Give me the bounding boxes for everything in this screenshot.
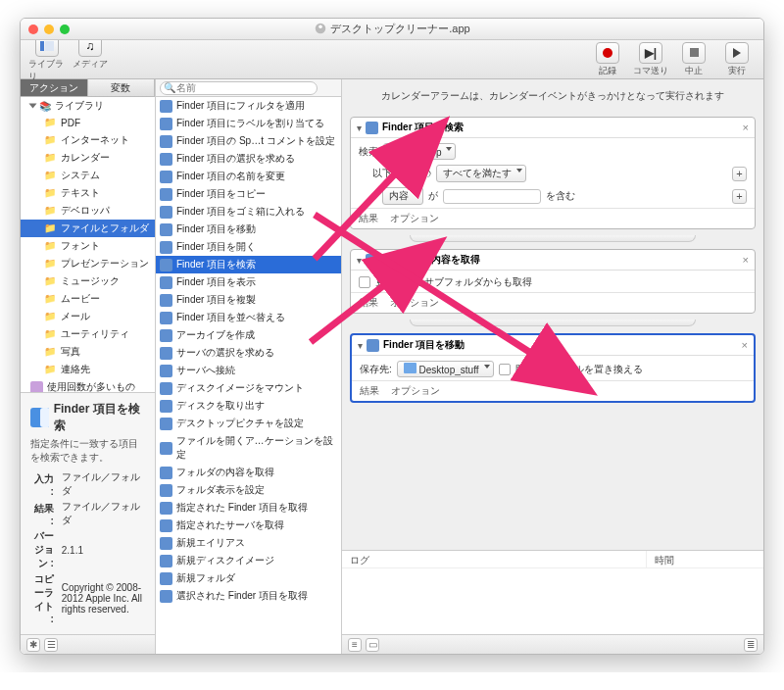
action-item[interactable]: サーバの選択を求める [156, 344, 341, 362]
library-item[interactable]: 📁インターネット [21, 131, 155, 149]
library-item[interactable]: 📁カレンダー [21, 149, 155, 167]
media-button[interactable]: ♫メディア [72, 35, 109, 83]
library-item[interactable]: 📁システム [21, 167, 155, 184]
action-item[interactable]: ファイルを開くア…ケーションを設定 [156, 432, 341, 464]
disclosure-icon[interactable]: ▾ [357, 123, 362, 133]
library-item[interactable]: 使用回数が多いもの [21, 378, 155, 392]
library-item[interactable]: 📁メール [21, 308, 155, 325]
workflow-card-folder-contents[interactable]: ▾フォルダの内容を取得× 見つかったサブフォルダからも取得 結果オプション [350, 249, 756, 314]
subfolder-checkbox[interactable] [359, 276, 370, 288]
action-item[interactable]: サーバへ接続 [156, 362, 341, 379]
results-icon[interactable]: ▭ [366, 638, 379, 652]
stop-button[interactable]: 中止 [675, 42, 712, 77]
step-button[interactable]: ▶|コマ送り [632, 42, 669, 77]
library-item[interactable]: 📁PDF [21, 115, 155, 131]
close-icon[interactable]: × [742, 339, 748, 351]
workflow-card-move[interactable]: ▾Finder 項目を移動× 保存先: Desktop_stuff既存のファイル… [350, 333, 756, 403]
titlebar: デスクトップクリーナー.app [21, 19, 763, 40]
log-icon[interactable]: ≡ [348, 638, 362, 652]
tab-action[interactable]: アクション [21, 79, 88, 96]
options-tab[interactable]: オプション [390, 296, 439, 310]
action-item[interactable]: Finder 項目の名前を変更 [156, 168, 341, 185]
workflow-area[interactable]: ▾Finder 項目を検索× 検索 Desktop 以下の条件のすべてを満たす+… [342, 113, 763, 550]
action-item[interactable]: 新規エイリアス [156, 534, 341, 552]
close-icon[interactable]: × [743, 122, 749, 133]
library-item[interactable]: 📁デベロッパ [21, 202, 155, 220]
library-item[interactable]: 📁テキスト [21, 184, 155, 202]
disclosure-icon[interactable]: ▾ [357, 255, 362, 266]
add-row-button[interactable]: + [732, 189, 747, 204]
library-item[interactable]: 📁連絡先 [21, 361, 155, 378]
log-header: ログ時間 [342, 550, 763, 567]
sidebar-tabs: アクション 変数 [21, 79, 155, 97]
condition-mode-select[interactable]: すべてを満たす [436, 165, 526, 182]
run-button[interactable]: 実行 [718, 42, 756, 77]
window-title: デスクトップクリーナー.app [21, 22, 763, 36]
finder-icon [30, 408, 49, 427]
status-bar-right: ≡ ▭ ≣ [342, 634, 763, 654]
tab-variable[interactable]: 変数 [88, 79, 156, 96]
workflow-log-icon[interactable]: ≣ [744, 638, 758, 652]
location-select[interactable]: Desktop [383, 143, 456, 160]
library-item[interactable]: 📁ミュージック [21, 272, 155, 290]
value-input[interactable] [443, 189, 541, 204]
action-item[interactable]: ディスクを取り出す [156, 397, 341, 415]
action-item[interactable]: Finder 項目を検索 [156, 256, 341, 273]
library-item[interactable]: 📁ユーティリティ [21, 325, 155, 343]
close-icon[interactable]: × [743, 254, 749, 266]
action-item[interactable]: Finder 項目の Sp…t コメントを設定 [156, 132, 341, 150]
search-icon: 🔍 [164, 82, 175, 93]
action-item[interactable]: Finder 項目を開く [156, 238, 341, 256]
destination-select[interactable]: Desktop_stuff [397, 361, 494, 377]
actions-list[interactable]: Finder 項目にフィルタを適用Finder 項目にラベルを割り当てるFind… [156, 97, 341, 654]
action-item[interactable]: Finder 項目の選択を求める [156, 150, 341, 168]
action-item[interactable]: アーカイブを作成 [156, 326, 341, 344]
settings-icon[interactable]: ✱ [26, 638, 40, 652]
library-tree[interactable]: 📚ライブラリ📁PDF📁インターネット📁カレンダー📁システム📁テキスト📁デベロッパ… [21, 97, 155, 392]
action-item[interactable]: Finder 項目を表示 [156, 273, 341, 291]
card-title: Finder 項目を検索 [382, 121, 464, 134]
svg-rect-3 [45, 41, 54, 51]
options-tab[interactable]: オプション [391, 384, 440, 398]
library-item[interactable]: 📁フォント [21, 237, 155, 255]
action-item[interactable]: 選択された Finder 項目を取得 [156, 587, 341, 605]
action-item[interactable]: Finder 項目を複製 [156, 291, 341, 309]
action-item[interactable]: 指定された Finder 項目を取得 [156, 499, 341, 517]
library-item[interactable]: 📁ファイルとフォルダ [21, 220, 155, 237]
results-tab[interactable]: 結果 [359, 296, 378, 310]
workflow-card-find[interactable]: ▾Finder 項目を検索× 検索 Desktop 以下の条件のすべてを満たす+… [350, 117, 756, 229]
action-item[interactable]: デスクトップピクチャを設定 [156, 415, 341, 432]
add-condition-button[interactable]: + [732, 167, 747, 181]
automator-icon [314, 22, 327, 35]
results-tab[interactable]: 結果 [359, 212, 378, 225]
action-item[interactable]: Finder 項目をコピー [156, 185, 341, 203]
action-item[interactable]: Finder 項目をゴミ箱に入れる [156, 203, 341, 221]
options-tab[interactable]: オプション [390, 212, 439, 225]
action-item[interactable]: Finder 項目にフィルタを適用 [156, 97, 341, 115]
library-item[interactable]: 📁写真 [21, 343, 155, 361]
columns-icon[interactable]: ☰ [44, 638, 58, 652]
disclosure-icon[interactable]: ▾ [358, 340, 363, 351]
library-item[interactable]: 📁プレゼンテーション [21, 255, 155, 272]
replace-checkbox[interactable] [499, 364, 511, 375]
action-item[interactable]: 新規ディスクイメージ [156, 552, 341, 569]
record-button[interactable]: 記録 [589, 42, 626, 77]
action-item[interactable]: Finder 項目にラベルを割り当てる [156, 115, 341, 132]
info-panel: Finder 項目を検索 指定条件に一致する項目を検索できます。 入力 :ファイ… [21, 392, 155, 634]
svg-rect-5 [40, 408, 49, 427]
action-item[interactable]: Finder 項目を並べ替える [156, 309, 341, 326]
library-item[interactable]: 📁ムービー [21, 290, 155, 308]
action-item[interactable]: Finder 項目を移動 [156, 221, 341, 238]
workflow-banner: カレンダーアラームは、カレンダーイベントがきっかけとなって実行されます [342, 79, 763, 113]
action-item[interactable]: 指定されたサーバを取得 [156, 517, 341, 534]
field-select[interactable]: 内容 [382, 187, 423, 205]
action-item[interactable]: ディスクイメージをマウント [156, 379, 341, 397]
action-item[interactable]: 新規フォルダ [156, 569, 341, 587]
library-toggle-button[interactable]: ライブラリ [28, 35, 66, 83]
connector [350, 320, 756, 327]
action-item[interactable]: フォルダの内容を取得 [156, 464, 341, 481]
search-input[interactable] [160, 81, 318, 95]
results-tab[interactable]: 結果 [360, 384, 379, 398]
action-item[interactable]: フォルダ表示を設定 [156, 481, 341, 499]
search-bar: 🔍 [156, 79, 341, 97]
